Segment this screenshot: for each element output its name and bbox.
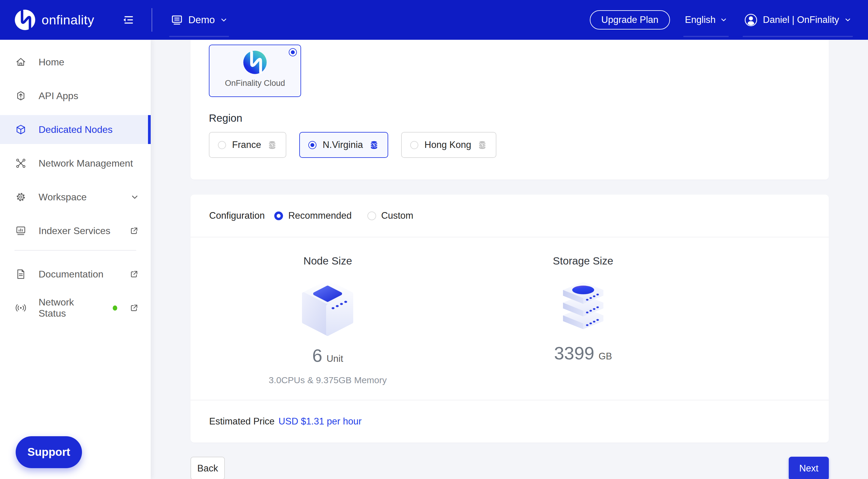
workspace-switcher[interactable]: Demo — [171, 0, 227, 40]
onfinality-cloud-logo-icon — [243, 50, 267, 74]
storage-size-title: Storage Size — [465, 255, 701, 267]
config-option-recommended[interactable]: Recommended — [274, 210, 351, 221]
database-lightning-icon — [477, 140, 487, 150]
configuration-row: Configuration Recommended Custom — [190, 195, 829, 237]
navbar-divider — [152, 8, 152, 32]
sidebar-item-label: API Apps — [38, 90, 79, 101]
config-option-label: Recommended — [288, 210, 351, 221]
configuration-label: Configuration — [209, 210, 265, 221]
sidebar-item-label: Workspace — [38, 192, 87, 203]
sidebar-item-workspace[interactable]: Workspace — [0, 183, 151, 212]
upgrade-plan-button[interactable]: Upgrade Plan — [590, 10, 670, 30]
wizard-actions: Back Next — [190, 457, 829, 479]
brand-logo[interactable]: onfinality — [14, 9, 94, 30]
radio-checked-icon[interactable] — [274, 212, 283, 220]
sidebar-item-home[interactable]: Home — [0, 47, 151, 76]
region-title: Region — [209, 112, 810, 124]
gear-icon — [15, 191, 27, 203]
user-name: Daniel | OnFinality — [763, 14, 839, 25]
configuration-panel: Configuration Recommended Custom Node Si… — [190, 195, 829, 443]
home-icon — [15, 56, 27, 68]
external-link-icon — [129, 226, 138, 235]
storage-size-stack-illustration — [556, 278, 611, 335]
app-root: onfinality Demo Upgrade Plan English — [0, 0, 868, 479]
top-navbar: onfinality Demo Upgrade Plan English — [0, 0, 868, 40]
region-label: N.Virginia — [322, 139, 363, 150]
region-radio[interactable] — [218, 141, 226, 149]
avatar-icon — [744, 13, 757, 27]
back-button[interactable]: Back — [190, 457, 225, 479]
region-label: France — [232, 139, 261, 150]
sidebar-collapse-button[interactable] — [122, 13, 135, 26]
provider-card-onfinality-cloud[interactable]: OnFinality Cloud — [209, 44, 301, 97]
sidebar: Home API Apps Dedicate — [0, 40, 151, 479]
database-lightning-icon — [267, 140, 277, 150]
estimated-price-row: Estimated Price USD $1.31 per hour — [190, 401, 829, 443]
sidebar-item-label: Indexer Services — [38, 225, 110, 236]
storage-size-value: 3399 — [554, 343, 594, 363]
support-button[interactable]: Support — [16, 436, 82, 468]
sidebar-item-network-management[interactable]: Network Management — [0, 149, 151, 178]
main-content: OnFinality Cloud Region France — [151, 40, 868, 479]
sidebar-item-label: Network Status — [38, 297, 96, 319]
region-radio[interactable] — [308, 141, 316, 149]
storage-size-section: Storage Size — [465, 255, 701, 385]
region-option-france[interactable]: France — [209, 132, 286, 158]
node-size-section: Node Size — [190, 255, 465, 385]
api-apps-icon — [15, 90, 27, 101]
region-label: Hong Kong — [424, 139, 471, 150]
broadcast-icon — [15, 302, 27, 314]
provider-card-label: OnFinality Cloud — [225, 78, 285, 88]
sidebar-item-label: Home — [38, 57, 64, 68]
region-radio[interactable] — [410, 141, 418, 149]
network-graph-icon — [15, 158, 27, 169]
chevron-down-icon — [720, 17, 727, 23]
sidebar-item-label: Dedicated Nodes — [38, 124, 113, 135]
chevron-down-icon — [220, 17, 227, 24]
chevron-down-icon — [844, 17, 851, 23]
sizes-row: Node Size — [190, 237, 829, 401]
region-option-hong-kong[interactable]: Hong Kong — [401, 132, 496, 158]
indexer-monitor-icon — [15, 225, 27, 236]
node-size-unit: Unit — [327, 353, 343, 364]
sidebar-item-api-apps[interactable]: API Apps — [0, 81, 151, 110]
workspace-name: Demo — [188, 14, 215, 26]
storage-size-unit: GB — [598, 351, 612, 362]
external-link-icon — [129, 304, 138, 313]
cube-icon — [15, 124, 27, 135]
estimated-price-link[interactable]: USD $1.31 per hour — [278, 416, 362, 427]
node-size-value-line: 6 Unit — [190, 345, 465, 366]
provider-radio[interactable] — [289, 48, 297, 56]
sidebar-item-network-status[interactable]: Network Status — [0, 293, 151, 322]
radio-unchecked-icon[interactable] — [367, 212, 376, 220]
node-size-title: Node Size — [190, 255, 465, 267]
menu-fold-icon — [122, 13, 135, 26]
body-row: Home API Apps Dedicate — [0, 40, 868, 479]
onfinality-logo-icon — [14, 9, 36, 30]
region-option-nvirginia[interactable]: N.Virginia — [299, 132, 388, 158]
estimated-price-label: Estimated Price — [209, 416, 275, 427]
sidebar-item-dedicated-nodes[interactable]: Dedicated Nodes — [0, 115, 151, 144]
region-options: France N.Virginia — [209, 132, 810, 158]
status-online-dot — [113, 306, 117, 311]
document-icon — [15, 268, 27, 280]
brand-name: onfinality — [41, 13, 94, 27]
config-option-label: Custom — [381, 210, 413, 221]
language-selector[interactable]: English — [685, 0, 727, 40]
language-label: English — [685, 14, 716, 25]
node-size-description: 3.0CPUs & 9.375GB Memory — [190, 375, 465, 385]
user-menu[interactable]: Daniel | OnFinality — [744, 0, 851, 40]
node-size-value: 6 — [312, 345, 322, 366]
sidebar-item-indexer-services[interactable]: Indexer Services — [0, 216, 151, 245]
next-button[interactable]: Next — [789, 457, 829, 479]
external-link-icon — [129, 269, 138, 279]
storage-size-value-line: 3399 GB — [465, 343, 701, 363]
chevron-down-icon — [131, 193, 138, 201]
database-lightning-icon — [369, 140, 379, 150]
sidebar-item-label: Documentation — [38, 269, 103, 280]
sidebar-item-label: Network Management — [38, 158, 133, 169]
sidebar-item-documentation[interactable]: Documentation — [0, 260, 151, 289]
config-option-custom[interactable]: Custom — [367, 210, 413, 221]
sidebar-divider — [14, 250, 136, 251]
provider-region-panel: OnFinality Cloud Region France — [190, 40, 829, 180]
